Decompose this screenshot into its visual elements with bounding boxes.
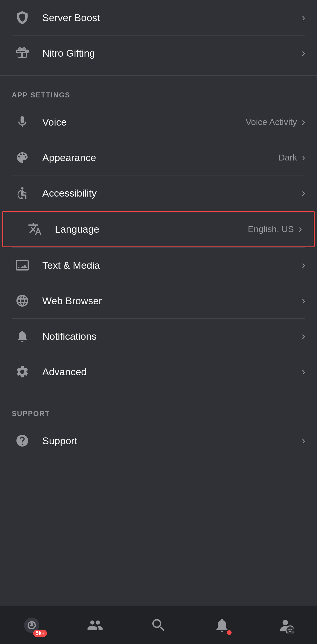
gear-icon [12, 361, 33, 382]
svg-point-5 [286, 626, 294, 633]
language-value: English, US [248, 224, 294, 234]
support-label: Support [42, 435, 302, 447]
image-icon [12, 255, 33, 276]
nav-notifications[interactable] [195, 606, 248, 644]
svg-point-4 [283, 620, 288, 625]
chevron-right-icon: › [302, 295, 305, 307]
language-icon [24, 219, 45, 240]
chevron-right-icon: › [302, 259, 305, 271]
nav-home[interactable]: 5k+ [5, 606, 58, 644]
svg-point-0 [21, 187, 23, 190]
server-boost-label: Server Boost [42, 12, 302, 23]
appearance-label: Appearance [42, 152, 279, 163]
chevron-right-icon: › [299, 223, 302, 235]
bottom-navigation: 5k+ [0, 606, 317, 644]
sidebar-item-language[interactable]: Language English, US › [2, 211, 315, 247]
bell-icon [12, 326, 33, 347]
sidebar-item-advanced[interactable]: Advanced › [0, 354, 317, 389]
chevron-right-icon: › [302, 187, 305, 199]
settings-page: Server Boost › Nitro Gifting › APP SETTI… [0, 0, 317, 496]
accessibility-icon [12, 182, 33, 204]
sidebar-item-support[interactable]: Support › [0, 423, 317, 458]
svg-point-3 [31, 622, 33, 625]
gift-icon [12, 43, 33, 64]
svg-point-7 [291, 628, 292, 630]
sidebar-item-web-browser[interactable]: Web Browser › [0, 283, 317, 318]
notification-badge-dot [226, 629, 232, 636]
web-browser-label: Web Browser [42, 295, 302, 307]
chevron-right-icon: › [302, 151, 305, 164]
profile-icon [276, 616, 295, 635]
sidebar-item-server-boost[interactable]: Server Boost › [0, 0, 317, 35]
nav-friends[interactable] [69, 606, 122, 644]
voice-value: Voice Activity [246, 117, 297, 127]
help-icon [12, 430, 33, 451]
chevron-right-icon: › [302, 435, 305, 447]
sidebar-item-text-media[interactable]: Text & Media › [0, 248, 317, 283]
search-icon [149, 616, 168, 635]
chevron-right-icon: › [302, 116, 305, 128]
section-divider [0, 394, 317, 394]
sidebar-item-appearance[interactable]: Appearance Dark › [0, 140, 317, 175]
language-label: Language [55, 224, 248, 235]
text-media-label: Text & Media [42, 260, 302, 271]
chevron-right-icon: › [302, 11, 305, 24]
globe-icon [12, 290, 33, 311]
chevron-right-icon: › [302, 330, 305, 342]
advanced-label: Advanced [42, 366, 302, 378]
support-section-header: SUPPORT [0, 399, 317, 423]
sidebar-item-notifications[interactable]: Notifications › [0, 319, 317, 354]
app-settings-header: APP SETTINGS [0, 80, 317, 104]
palette-icon [12, 147, 33, 168]
chevron-right-icon: › [302, 366, 305, 378]
nav-profile[interactable] [259, 606, 312, 644]
appearance-value: Dark [279, 153, 297, 163]
friends-icon [86, 616, 104, 635]
section-divider [0, 75, 317, 76]
voice-label: Voice [42, 116, 246, 128]
accessibility-label: Accessibility [42, 187, 302, 199]
chevron-right-icon: › [302, 47, 305, 59]
home-icon: 5k+ [22, 616, 41, 635]
notifications-label: Notifications [42, 331, 302, 342]
nitro-gifting-label: Nitro Gifting [42, 48, 302, 59]
svg-point-6 [289, 628, 290, 630]
nav-search[interactable] [132, 606, 185, 644]
sidebar-item-nitro-gifting[interactable]: Nitro Gifting › [0, 36, 317, 71]
shield-icon [12, 7, 33, 28]
microphone-icon [12, 111, 33, 133]
notification-bell-icon [213, 616, 231, 635]
home-badge: 5k+ [33, 630, 47, 637]
sidebar-item-voice[interactable]: Voice Voice Activity › [0, 104, 317, 140]
sidebar-item-accessibility[interactable]: Accessibility › [0, 175, 317, 211]
